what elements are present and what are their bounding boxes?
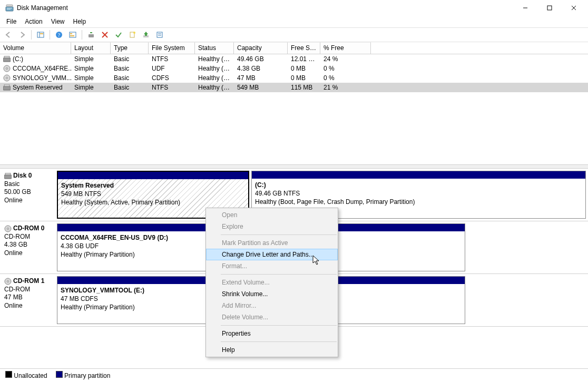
svg-point-21 — [133, 32, 135, 34]
close-button[interactable] — [562, 0, 586, 16]
cd-icon — [3, 74, 11, 82]
check-button[interactable] — [112, 28, 125, 41]
cell-pct: 24 % — [320, 55, 371, 63]
volume-row[interactable]: (C:)SimpleBasicNTFSHealthy (B...49.46 GB… — [0, 54, 588, 64]
svg-rect-5 — [547, 6, 552, 10]
partition-color-bar — [58, 172, 248, 179]
cell-type: Basic — [111, 84, 149, 91]
cell-status: Healthy (P... — [195, 74, 234, 82]
svg-point-31 — [6, 77, 8, 79]
menu-file[interactable]: File — [2, 17, 21, 26]
back-button[interactable] — [2, 28, 15, 41]
col-capacity[interactable]: Capacity — [234, 42, 288, 54]
disk-name: CD-ROM 1 — [13, 277, 44, 286]
partition-line: 49.46 GB NTFS — [255, 189, 582, 198]
splitter[interactable] — [0, 164, 588, 169]
partition-title: (C:) — [255, 181, 582, 189]
volume-row[interactable]: SYNOLOGY_VMM...SimpleBasicCDFSHealthy (P… — [0, 73, 588, 83]
cell-status: Healthy (S... — [195, 84, 234, 91]
ctx-delete[interactable]: Delete Volume... — [206, 311, 338, 323]
svg-text:?: ? — [58, 32, 61, 38]
cell-layout: Simple — [71, 84, 111, 91]
cell-free: 12.01 GB — [288, 55, 320, 63]
svg-rect-33 — [4, 84, 9, 86]
cell-capacity: 47 MB — [234, 74, 288, 82]
menu-help[interactable]: Help — [69, 17, 91, 26]
col-pct-free[interactable]: % Free — [320, 42, 371, 54]
ctx-separator — [221, 234, 337, 235]
cell-capacity: 4.38 GB — [234, 65, 288, 72]
cell-free: 0 MB — [288, 65, 320, 72]
col-filesystem[interactable]: File System — [149, 42, 195, 54]
cell-type: Basic — [111, 74, 149, 82]
upload-button[interactable] — [140, 28, 152, 41]
disk-state: Online — [4, 302, 53, 310]
ctx-help[interactable]: Help — [206, 344, 338, 356]
bottom-spacer — [0, 382, 588, 391]
forward-button[interactable] — [16, 28, 28, 41]
ctx-shrink[interactable]: Shrink Volume... — [206, 288, 338, 300]
volume-row[interactable]: System ReservedSimpleBasicNTFSHealthy (S… — [0, 83, 588, 92]
ctx-change-letter[interactable]: Change Drive Letter and Paths... — [206, 249, 338, 260]
disk-management-icon — [5, 4, 14, 12]
volume-row[interactable]: CCCOMA_X64FRE...SimpleBasicUDFHealthy (P… — [0, 64, 588, 73]
cell-pct: 0 % — [320, 74, 371, 82]
ctx-properties[interactable]: Properties — [206, 328, 338, 339]
drive-icon — [3, 56, 11, 62]
cell-pct: 21 % — [320, 84, 371, 91]
svg-rect-23 — [157, 32, 162, 37]
col-free[interactable]: Free Spa... — [288, 42, 320, 54]
settings-button[interactable] — [85, 28, 97, 41]
col-status[interactable]: Status — [195, 42, 234, 54]
svg-rect-8 — [37, 32, 44, 37]
disk-size: 4.38 GB — [4, 241, 53, 249]
ctx-explore[interactable]: Explore — [206, 221, 338, 232]
svg-rect-34 — [4, 175, 12, 179]
properties-button[interactable] — [153, 28, 166, 41]
svg-point-39 — [7, 280, 9, 282]
delete-button[interactable] — [99, 28, 111, 41]
window-title: Disk Management — [17, 4, 68, 12]
ctx-mirror[interactable]: Add Mirror... — [206, 300, 338, 311]
disk-type: CD-ROM — [4, 286, 53, 294]
cd-icon — [3, 65, 11, 72]
ctx-separator — [221, 274, 337, 275]
minimize-button[interactable] — [513, 0, 537, 16]
legend-unallocated: Unallocated — [14, 372, 47, 379]
help-button[interactable]: ? — [53, 28, 65, 41]
ctx-separator — [221, 341, 337, 342]
svg-point-37 — [7, 228, 9, 229]
legend: Unallocated Primary partition — [0, 368, 588, 382]
cell-free: 0 MB — [288, 74, 320, 82]
cell-fs: CDFS — [149, 74, 195, 82]
menu-action[interactable]: Action — [21, 17, 46, 26]
col-volume[interactable]: Volume — [0, 42, 71, 54]
svg-rect-2 — [7, 9, 11, 9]
ctx-mark-active[interactable]: Mark Partition as Active — [206, 237, 338, 249]
disk-type: Basic — [4, 180, 53, 189]
refresh-button[interactable] — [66, 28, 79, 41]
legend-swatch-unallocated — [5, 371, 12, 378]
ctx-separator — [221, 325, 337, 326]
volume-name: CCCOMA_X64FRE... — [13, 65, 71, 72]
volume-list: Volume Layout Type File System Status Ca… — [0, 42, 588, 164]
cell-layout: Simple — [71, 65, 111, 72]
ctx-open[interactable]: Open — [206, 209, 338, 221]
partition-title: System Reserved — [61, 181, 245, 190]
col-type[interactable]: Type — [111, 42, 149, 54]
svg-rect-16 — [89, 34, 94, 37]
col-layout[interactable]: Layout — [71, 42, 111, 54]
svg-rect-3 — [6, 5, 13, 6]
disk-name: CD-ROM 0 — [13, 224, 44, 233]
new-button[interactable] — [126, 28, 139, 41]
volume-name: (C:) — [13, 55, 23, 63]
cell-free: 115 MB — [288, 84, 320, 91]
show-hide-tree-button[interactable] — [34, 28, 47, 41]
cd-icon — [4, 225, 12, 232]
disk-info: CD-ROM 1 CD-ROM 47 MB Online — [2, 276, 55, 324]
ctx-extend[interactable]: Extend Volume... — [206, 277, 338, 288]
menu-view[interactable]: View — [47, 17, 69, 26]
maximize-button[interactable] — [537, 0, 562, 16]
ctx-format[interactable]: Format... — [206, 260, 338, 272]
disk-type: CD-ROM — [4, 233, 53, 241]
